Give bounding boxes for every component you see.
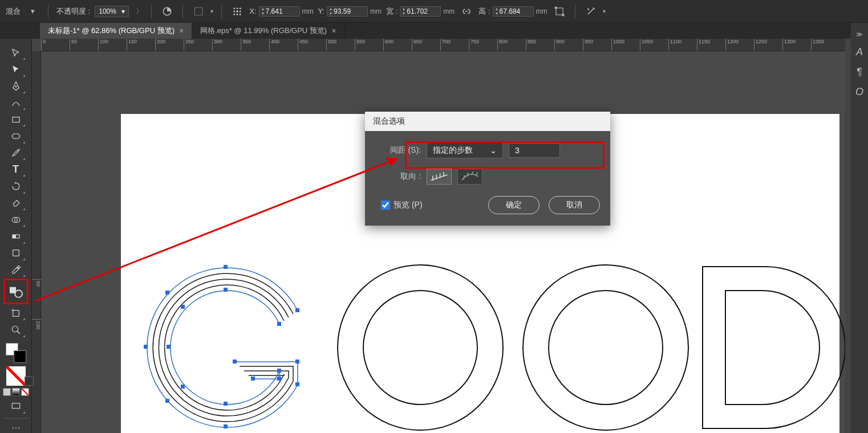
svg-point-27 [12,326,18,332]
svg-rect-39 [251,377,255,381]
rectangle-tool[interactable] [5,111,27,128]
svg-line-58 [467,173,468,177]
eyedropper-tool[interactable] [5,262,27,278]
svg-rect-21 [13,250,19,256]
type-panel-icon[interactable]: A [856,46,863,58]
svg-rect-24 [13,310,19,316]
spacing-mode-select[interactable]: 指定的步数 ⌄ [427,142,503,158]
orientation-align-page[interactable] [427,169,452,185]
spacing-mode-value: 指定的步数 [433,145,473,156]
svg-rect-20 [13,235,16,238]
vertical-ruler: 50100 [32,51,41,433]
svg-point-7 [240,10,241,12]
svg-rect-29 [12,403,20,409]
artboard-tool[interactable] [5,245,27,262]
preview-checkbox-input[interactable] [381,201,390,210]
no-fill-icon[interactable] [6,366,26,386]
tab-label: 未标题-1* @ 62.86% (RGB/GPU 预览) [48,26,175,36]
svg-point-14 [15,85,17,87]
ellipse-tool[interactable] [5,128,27,144]
width-input[interactable]: ▴▾ 61.702 [400,6,441,17]
draw-mode-icons [3,388,29,396]
shape-tool-icon[interactable] [552,4,567,19]
reference-point-icon[interactable] [230,4,245,19]
orientation-align-path[interactable] [457,169,482,185]
artboard-tool-2[interactable] [5,305,27,321]
edit-toolbar-icon[interactable]: ⋯ [3,418,29,433]
blend-tool[interactable] [5,280,27,303]
chevron-down-icon[interactable]: ▾ [25,4,40,19]
shape-builder-tool[interactable] [5,211,27,228]
svg-rect-33 [295,360,299,363]
svg-rect-36 [224,424,228,428]
opacity-input[interactable]: 100%▾ [95,6,129,17]
svg-line-57 [464,175,465,179]
none-mode-icon[interactable] [21,388,29,396]
direct-selection-tool[interactable] [5,61,27,77]
magic-wand-icon[interactable] [583,4,598,19]
selection-tool[interactable] [5,44,27,61]
svg-rect-11 [556,8,563,15]
blend-mode-label: 混合 [6,6,21,17]
letter-o-1[interactable] [335,262,506,433]
y-input[interactable]: ▴▾ 93.59 [327,6,368,17]
gradient-tool[interactable] [5,228,27,244]
svg-rect-45 [165,399,169,403]
svg-point-50 [523,265,688,430]
transform-panel-icon[interactable] [191,4,206,19]
secondary-swatch[interactable] [25,377,34,386]
pen-tool[interactable] [5,78,27,95]
type-tool[interactable]: T [5,161,27,178]
paragraph-panel-icon[interactable]: ¶ [857,66,862,78]
height-input[interactable]: ▴▾ 67.684 [493,6,534,17]
steps-input[interactable]: 3 [509,143,560,158]
tab-untitled1[interactable]: 未标题-1* @ 62.86% (RGB/GPU 预览) × [40,23,192,39]
tab-label: 网格.eps* @ 11.99% (RGB/GPU 预览) [200,26,327,36]
glyphs-panel-icon[interactable]: O [855,86,863,98]
svg-rect-15 [13,117,19,122]
width-field: 宽 : ▴▾ 61.702 mm [386,6,455,17]
svg-point-10 [240,13,241,15]
svg-point-48 [338,265,503,430]
color-mode-icon[interactable] [3,388,11,396]
gradient-mode-icon[interactable] [12,388,20,396]
svg-line-28 [17,331,20,334]
zoom-tool[interactable] [5,321,27,338]
cancel-button[interactable]: 取消 [549,196,600,214]
close-icon[interactable]: × [331,26,336,35]
ok-button[interactable]: 确定 [488,196,540,214]
expand-panels-icon[interactable]: ≫ [856,31,863,38]
svg-rect-1 [194,7,202,15]
stroke-swatch[interactable] [14,350,26,363]
letter-g-blend[interactable] [138,259,315,433]
tab-grid-eps[interactable]: 网格.eps* @ 11.99% (RGB/GPU 预览) × [192,23,344,39]
close-icon[interactable]: × [179,26,184,35]
y-coordinate: Y: ▴▾ 93.59 mm [318,6,382,17]
canvas[interactable] [41,51,845,433]
svg-rect-30 [295,308,299,312]
recolor-icon[interactable] [160,4,175,19]
x-input[interactable]: ▴▾ 7.641 [259,6,300,17]
chevron-down-icon: ⌄ [490,146,497,155]
letter-o-2[interactable] [520,262,691,433]
fill-stroke-swatches[interactable] [5,342,27,364]
svg-rect-38 [277,369,281,373]
svg-point-4 [240,7,241,9]
svg-rect-12 [554,6,557,9]
preview-checkbox[interactable]: 预览 (P) [381,200,423,210]
svg-rect-13 [562,14,564,16]
svg-rect-41 [167,345,171,349]
screen-mode-icon[interactable] [5,398,27,415]
tools-panel: T ⋯ [0,39,32,433]
letter-d[interactable] [697,262,845,433]
eraser-tool[interactable] [5,195,27,211]
svg-rect-42 [224,288,228,292]
link-wh-icon[interactable] [459,4,474,19]
paintbrush-tool[interactable] [5,145,27,161]
curvature-tool[interactable] [5,95,27,111]
svg-point-2 [233,7,235,9]
rotate-tool[interactable] [5,178,27,194]
svg-rect-37 [277,322,281,326]
svg-point-5 [233,10,235,12]
svg-point-9 [237,13,238,15]
